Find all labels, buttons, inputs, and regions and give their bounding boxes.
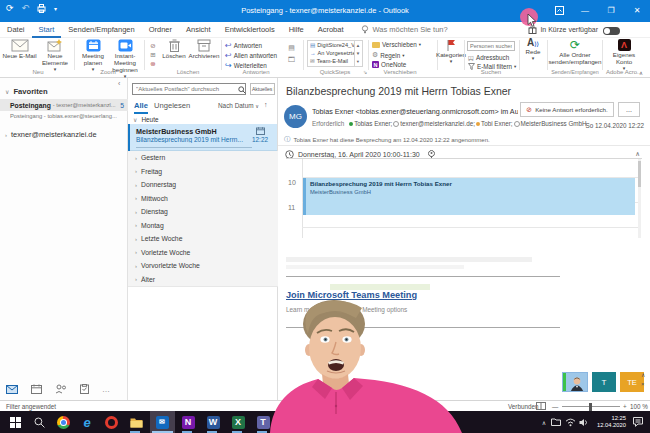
coming-soon-toggle[interactable] [603,27,620,35]
reply-all-button[interactable]: ↩Allen antworten [225,51,277,60]
find-people-input[interactable] [467,41,515,51]
outlook-taskbar-icon[interactable]: ✉ [154,414,170,430]
categorize-button[interactable]: Kategorien▾ [438,39,464,65]
tab-ansicht[interactable]: Ansicht [179,22,218,38]
tab-senden-empfangen[interactable]: Senden/Empfangen [61,22,141,38]
tab-datei[interactable]: Datei [0,22,32,38]
reading-view-icon[interactable] [536,402,546,410]
sort-dropdown[interactable]: Nach Datum ∨ [218,102,259,109]
close-button[interactable]: ✕ [624,0,650,22]
search-input[interactable] [132,83,246,95]
group-gestern[interactable]: ›Gestern [128,151,284,166]
onenote-taskbar-icon[interactable]: N [180,414,196,430]
quickstep-an-vorgesetzte[interactable]: →An Vorgesetzte(n) [308,49,354,57]
group-mittwoch[interactable]: ›Mittwoch [128,192,284,207]
taskbar-clock[interactable]: 12:2512.04.2020 [592,415,626,429]
address-book-button[interactable]: 🕮 Adressbuch [468,54,509,61]
folder-inbox-steuerlang[interactable]: Posteingang - tobias.exner@steuerlang... [10,113,126,119]
zoom-in-button[interactable]: + [623,403,627,410]
zoom-slider-thumb[interactable] [589,403,592,411]
overlay-thumb-t[interactable]: T [592,372,616,392]
excel-icon[interactable]: X [230,414,246,430]
minimize-button[interactable]: — [572,0,598,22]
maximize-button[interactable]: ❐ [598,0,624,22]
onenote-button[interactable]: N OneNote [372,61,406,68]
calendar-scrollbar[interactable] [638,159,641,238]
nav-tasks-icon[interactable] [80,384,89,394]
group-letzte-woche[interactable]: ›Letzte Woche [128,232,284,247]
move-button[interactable]: Verschieben▾ [372,41,421,48]
word-icon[interactable]: W [205,414,221,430]
group-header-today[interactable]: ∨Heute [128,114,277,124]
cleanup-icon[interactable]: ⊞ [147,50,159,59]
collapse-calendar-icon[interactable]: ∧ [635,150,640,158]
junk-icon[interactable]: ⊗ [147,59,159,68]
quicksteps-dialog-launcher-icon[interactable]: ⇘ [363,69,367,75]
reply-im-icon[interactable]: 🗔 [288,54,295,66]
group-vorvorletzte-woche[interactable]: ›Vorvorletzte Woche [128,259,284,274]
quicksteps-scroll[interactable]: ▲▼▾ [354,40,363,67]
edge-icon[interactable]: e [79,414,95,430]
group-dienstag[interactable]: ›Dienstag [128,205,284,220]
delete-button[interactable]: Löschen [160,39,188,59]
group-label-suchen: Suchen [467,69,515,75]
overlay-thumb-photo[interactable] [562,372,588,392]
tab-ordner[interactable]: Ordner [142,22,179,38]
read-aloud-button[interactable]: A⟩⟩ Rede▾ [521,39,545,62]
account-tree-item[interactable]: ›texner@meisterkanzlei.de [5,130,97,139]
tab-hilfe[interactable]: Hilfe [282,22,311,38]
ribbon-options-icon[interactable] [546,0,572,22]
adobe-icon: Λ [618,39,631,51]
reply-meeting-icon[interactable]: ▤ [288,42,295,54]
tab-unread[interactable]: Ungelesen [154,101,190,110]
chrome-icon[interactable] [55,414,71,430]
rules-button[interactable]: ⚙ Regeln▾ [372,51,405,59]
send-receive-all-button[interactable]: ⟳ Alle Ordner senden/empfangen [550,39,600,65]
calendar-event[interactable]: Bilanzbesprechung 2019 mit Herrn Tobias … [303,178,635,215]
tab-entwicklertools[interactable]: Entwicklertools [218,22,282,38]
zoom-out-button[interactable]: — [552,403,558,410]
group-aelter[interactable]: ›Älter [128,273,284,288]
more-actions-button[interactable]: ... [618,102,640,117]
sort-direction-icon[interactable]: ↑ [264,101,268,108]
quickstep-digistore[interactable]: ▤DigitStore24_Ve... [308,41,354,49]
folder-inbox-meisterkanzlei[interactable]: Posteingang - texner@meisterkanzl... 5 [0,99,128,111]
file-explorer-icon[interactable] [128,414,144,430]
collapse-ribbon-icon[interactable]: ∧ [639,70,643,76]
tab-all[interactable]: Alle [134,101,148,114]
archive-button[interactable]: Archivieren [188,39,220,59]
nav-more-icon[interactable]: … [102,385,110,394]
schedule-meeting-button[interactable]: Meeting planen▾ [77,39,109,73]
action-center-icon[interactable] [630,414,646,430]
adobe-account-button[interactable]: Λ Eigenes Konto▾ [605,39,643,72]
taskbar-search-icon[interactable] [31,414,47,430]
group-donnerstag[interactable]: ›Donnerstag [128,178,284,193]
nav-calendar-icon[interactable] [31,384,42,394]
overlay-expand-icon[interactable]: ∧ [641,371,645,378]
no-response-button[interactable]: ⊘ Keine Antwort erforderlich. [520,102,614,117]
ignore-icon[interactable]: ⊘ [147,41,159,50]
nav-mail-icon[interactable] [6,385,18,394]
tab-start[interactable]: Start [32,22,62,38]
new-items-button[interactable]: Neue Elemente▾ [38,39,72,73]
overlay-close-icon[interactable]: × [641,381,645,387]
red-circle-app-icon[interactable] [103,414,119,430]
group-vorletzte-woche[interactable]: ›Vorletzte Woche [128,246,284,261]
reply-button[interactable]: ↩Antworten [225,41,262,50]
tab-acrobat[interactable]: Acrobat [311,22,351,38]
favorites-header[interactable]: ∨Favoriten [5,87,48,96]
group-montag[interactable]: ›Montag [128,219,284,234]
avatar[interactable]: MG [284,105,307,128]
tray-volume-icon[interactable] [576,414,592,430]
collapse-folderpane-icon[interactable]: ‹ [118,80,120,87]
new-email-button[interactable]: Neue E-Mail [2,39,37,59]
search-scope-dropdown[interactable]: Aktuelles Postfach▾ [250,83,275,95]
start-button[interactable] [7,414,23,430]
search-icon[interactable] [238,86,246,94]
group-freitag[interactable]: ›Freitag [128,165,284,180]
quickstep-team-email[interactable]: ✉Team-E-Mail [308,57,354,65]
tell-me-box[interactable]: Was möchten Sie tun? [373,25,448,34]
nav-people-icon[interactable] [55,384,67,394]
mail-list-item-selected[interactable]: MeisterBusiness GmbH Bilanzbesprechung 2… [128,124,277,151]
zoom-level[interactable]: 100 % [630,403,648,410]
